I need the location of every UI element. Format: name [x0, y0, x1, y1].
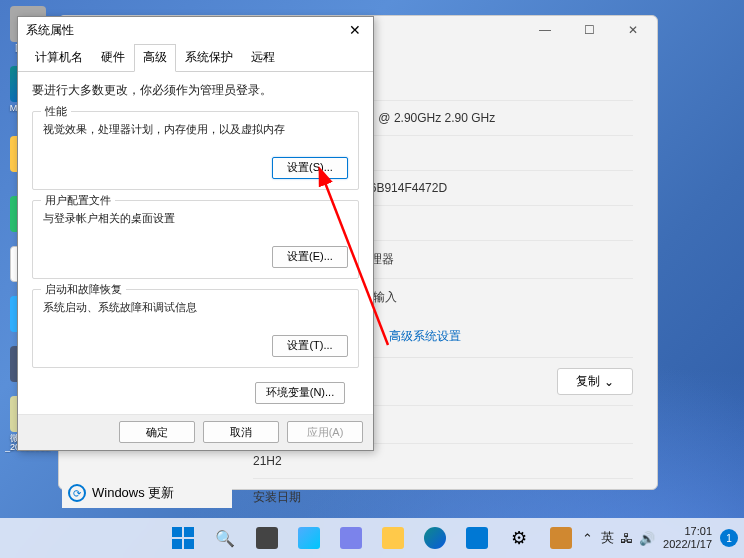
group-desc: 视觉效果，处理器计划，内存使用，以及虚拟内存 [43, 122, 348, 137]
group-desc: 系统启动、系统故障和调试信息 [43, 300, 348, 315]
maximize-button[interactable]: ☐ [567, 16, 611, 44]
clock-date: 2022/1/17 [663, 538, 712, 551]
edge-taskbar-button[interactable] [416, 519, 454, 557]
tab-hardware[interactable]: 硬件 [92, 44, 134, 71]
tab-advanced[interactable]: 高级 [134, 44, 176, 72]
task-view-button[interactable] [248, 519, 286, 557]
apply-button[interactable]: 应用(A) [287, 421, 363, 443]
settings-taskbar-button[interactable]: ⚙ [500, 519, 538, 557]
app-taskbar-button[interactable] [542, 519, 580, 557]
windows-icon [172, 527, 194, 549]
group-title: 性能 [41, 104, 71, 119]
explorer-button[interactable] [374, 519, 412, 557]
system-properties-dialog: 系统属性 ✕ 计算机名 硬件 高级 系统保护 远程 要进行大多数更改，你必须作为… [17, 16, 374, 451]
taskbar: 🔍 ⚙ ⌃ 英 🖧 🔊 17:01 2022/1/17 1 [0, 518, 744, 558]
store-icon [466, 527, 488, 549]
ime-language[interactable]: 英 [601, 529, 614, 547]
profile-settings-button[interactable]: 设置(E)... [272, 246, 348, 268]
task-view-icon [256, 527, 278, 549]
widgets-button[interactable] [290, 519, 328, 557]
widgets-icon [298, 527, 320, 549]
search-icon: 🔍 [215, 529, 235, 548]
link-advanced-system[interactable]: 高级系统设置 [389, 328, 461, 345]
gear-icon: ⚙ [511, 527, 527, 549]
folder-icon [382, 527, 404, 549]
group-title: 用户配置文件 [41, 193, 115, 208]
sidebar-item-windows-update[interactable]: ⟳ Windows 更新 [62, 478, 232, 508]
clock-time: 17:01 [663, 525, 712, 538]
search-button[interactable]: 🔍 [206, 519, 244, 557]
app-icon [550, 527, 572, 549]
user-profile-group: 用户配置文件 与登录帐户相关的桌面设置 设置(E)... [32, 200, 359, 279]
notification-badge[interactable]: 1 [720, 529, 738, 547]
dialog-titlebar: 系统属性 ✕ [18, 17, 373, 44]
chevron-down-icon: ⌄ [604, 375, 614, 389]
dialog-title: 系统属性 [26, 22, 74, 39]
start-button[interactable] [164, 519, 202, 557]
startup-recovery-group: 启动和故障恢复 系统启动、系统故障和调试信息 设置(T)... [32, 289, 359, 368]
ok-button[interactable]: 确定 [119, 421, 195, 443]
chat-button[interactable] [332, 519, 370, 557]
performance-group: 性能 视觉效果，处理器计划，内存使用，以及虚拟内存 设置(S)... [32, 111, 359, 190]
close-button[interactable]: ✕ [611, 16, 655, 44]
tab-system-protection[interactable]: 系统保护 [176, 44, 242, 71]
startup-settings-button[interactable]: 设置(T)... [272, 335, 348, 357]
system-tray: ⌃ 英 🖧 🔊 17:01 2022/1/17 1 [582, 525, 738, 551]
windows-update-label: Windows 更新 [92, 484, 174, 502]
copy-button[interactable]: 复制 ⌄ [557, 368, 633, 395]
chat-icon [340, 527, 362, 549]
minimize-button[interactable]: — [523, 16, 567, 44]
edge-icon [424, 527, 446, 549]
tab-strip: 计算机名 硬件 高级 系统保护 远程 [18, 44, 373, 72]
dialog-close-button[interactable]: ✕ [337, 17, 373, 43]
taskbar-center: 🔍 ⚙ [164, 519, 580, 557]
taskbar-clock[interactable]: 17:01 2022/1/17 [663, 525, 712, 551]
group-title: 启动和故障恢复 [41, 282, 126, 297]
update-icon: ⟳ [68, 484, 86, 502]
dialog-body: 要进行大多数更改，你必须作为管理员登录。 性能 视觉效果，处理器计划，内存使用，… [18, 72, 373, 414]
admin-notice: 要进行大多数更改，你必须作为管理员登录。 [32, 82, 359, 99]
environment-variables-button[interactable]: 环境变量(N)... [255, 382, 345, 404]
network-icon[interactable]: 🖧 [620, 531, 633, 546]
dialog-footer: 确定 取消 应用(A) [18, 414, 373, 450]
install-date-row: 安装日期 [253, 478, 633, 516]
store-button[interactable] [458, 519, 496, 557]
performance-settings-button[interactable]: 设置(S)... [272, 157, 348, 179]
group-desc: 与登录帐户相关的桌面设置 [43, 211, 348, 226]
tray-chevron-up-icon[interactable]: ⌃ [582, 531, 593, 546]
tab-remote[interactable]: 远程 [242, 44, 284, 71]
tab-computer-name[interactable]: 计算机名 [26, 44, 92, 71]
cancel-button[interactable]: 取消 [203, 421, 279, 443]
volume-icon[interactable]: 🔊 [639, 531, 655, 546]
